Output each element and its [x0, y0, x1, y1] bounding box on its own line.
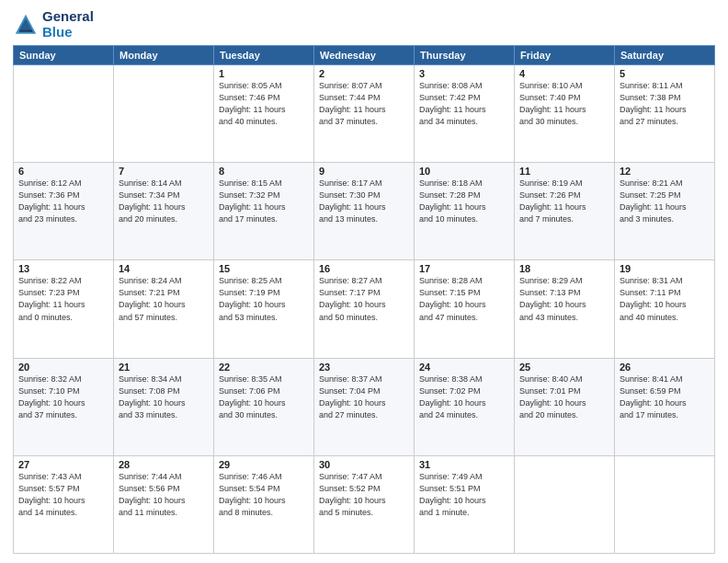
calendar-cell: 30Sunrise: 7:47 AMSunset: 5:52 PMDayligh… — [314, 455, 415, 553]
day-number: 8 — [219, 166, 309, 177]
day-info: Sunrise: 7:43 AMSunset: 5:57 PMDaylight:… — [18, 471, 108, 519]
day-info: Sunrise: 8:19 AMSunset: 7:26 PMDaylight:… — [519, 178, 609, 225]
day-number: 13 — [18, 263, 108, 274]
day-info: Sunrise: 8:11 AMSunset: 7:38 PMDaylight:… — [620, 80, 710, 128]
calendar-cell: 22Sunrise: 8:35 AMSunset: 7:06 PMDayligh… — [214, 358, 314, 455]
day-number: 4 — [519, 68, 609, 79]
calendar-week-1: 1Sunrise: 8:05 AMSunset: 7:46 PMDaylight… — [14, 65, 715, 163]
calendar-cell — [14, 65, 114, 163]
calendar-cell: 16Sunrise: 8:27 AMSunset: 7:17 PMDayligh… — [314, 260, 415, 358]
day-info: Sunrise: 8:17 AMSunset: 7:30 PMDaylight:… — [319, 178, 409, 225]
day-info: Sunrise: 8:27 AMSunset: 7:17 PMDaylight:… — [319, 275, 409, 323]
day-number: 27 — [18, 459, 108, 470]
calendar-cell: 10Sunrise: 8:18 AMSunset: 7:28 PMDayligh… — [415, 163, 515, 260]
day-number: 28 — [119, 459, 209, 470]
day-number: 3 — [419, 68, 509, 79]
calendar-cell: 11Sunrise: 8:19 AMSunset: 7:26 PMDayligh… — [515, 163, 615, 260]
day-info: Sunrise: 8:08 AMSunset: 7:42 PMDaylight:… — [419, 80, 509, 128]
calendar-cell: 12Sunrise: 8:21 AMSunset: 7:25 PMDayligh… — [615, 163, 715, 260]
day-info: Sunrise: 7:44 AMSunset: 5:56 PMDaylight:… — [119, 471, 209, 519]
calendar-cell: 5Sunrise: 8:11 AMSunset: 7:38 PMDaylight… — [615, 65, 715, 163]
day-info: Sunrise: 7:46 AMSunset: 5:54 PMDaylight:… — [219, 471, 309, 519]
day-info: Sunrise: 8:37 AMSunset: 7:04 PMDaylight:… — [319, 373, 409, 421]
day-number: 9 — [319, 166, 409, 177]
calendar-cell: 1Sunrise: 8:05 AMSunset: 7:46 PMDaylight… — [214, 65, 314, 163]
calendar-cell: 20Sunrise: 8:32 AMSunset: 7:10 PMDayligh… — [14, 358, 114, 455]
day-number: 10 — [419, 166, 509, 177]
calendar-cell: 6Sunrise: 8:12 AMSunset: 7:36 PMDaylight… — [14, 163, 114, 260]
day-number: 14 — [119, 263, 209, 274]
day-info: Sunrise: 8:25 AMSunset: 7:19 PMDaylight:… — [219, 275, 309, 323]
header: General Blue — [13, 9, 715, 40]
day-info: Sunrise: 8:29 AMSunset: 7:13 PMDaylight:… — [519, 275, 609, 323]
day-number: 15 — [219, 263, 309, 274]
day-info: Sunrise: 8:38 AMSunset: 7:02 PMDaylight:… — [419, 373, 509, 421]
day-number: 24 — [419, 362, 509, 373]
day-info: Sunrise: 8:32 AMSunset: 7:10 PMDaylight:… — [18, 373, 108, 421]
calendar-cell: 13Sunrise: 8:22 AMSunset: 7:23 PMDayligh… — [14, 260, 114, 358]
day-number: 11 — [519, 166, 609, 177]
day-header-sunday: Sunday — [14, 46, 114, 65]
day-header-monday: Monday — [114, 46, 214, 65]
calendar-cell: 18Sunrise: 8:29 AMSunset: 7:13 PMDayligh… — [515, 260, 615, 358]
calendar-cell: 23Sunrise: 8:37 AMSunset: 7:04 PMDayligh… — [314, 358, 415, 455]
day-info: Sunrise: 8:34 AMSunset: 7:08 PMDaylight:… — [119, 373, 209, 421]
calendar-cell: 3Sunrise: 8:08 AMSunset: 7:42 PMDaylight… — [415, 65, 515, 163]
calendar-cell: 19Sunrise: 8:31 AMSunset: 7:11 PMDayligh… — [615, 260, 715, 358]
calendar-cell: 21Sunrise: 8:34 AMSunset: 7:08 PMDayligh… — [114, 358, 214, 455]
calendar-header: SundayMondayTuesdayWednesdayThursdayFrid… — [14, 46, 715, 65]
day-info: Sunrise: 8:07 AMSunset: 7:44 PMDaylight:… — [319, 80, 409, 128]
calendar-cell: 29Sunrise: 7:46 AMSunset: 5:54 PMDayligh… — [214, 455, 314, 553]
calendar-cell: 14Sunrise: 8:24 AMSunset: 7:21 PMDayligh… — [114, 260, 214, 358]
day-info: Sunrise: 8:05 AMSunset: 7:46 PMDaylight:… — [219, 80, 309, 128]
day-number: 17 — [419, 263, 509, 274]
day-number: 29 — [219, 459, 309, 470]
day-number: 23 — [319, 362, 409, 373]
calendar-cell — [615, 455, 715, 553]
calendar-cell: 17Sunrise: 8:28 AMSunset: 7:15 PMDayligh… — [415, 260, 515, 358]
day-info: Sunrise: 8:31 AMSunset: 7:11 PMDaylight:… — [620, 275, 710, 323]
calendar-table: SundayMondayTuesdayWednesdayThursdayFrid… — [13, 45, 715, 554]
logo: General Blue — [13, 9, 94, 40]
calendar-cell: 26Sunrise: 8:41 AMSunset: 6:59 PMDayligh… — [615, 358, 715, 455]
day-number: 5 — [620, 68, 710, 79]
calendar-week-2: 6Sunrise: 8:12 AMSunset: 7:36 PMDaylight… — [14, 163, 715, 260]
day-header-wednesday: Wednesday — [314, 46, 415, 65]
calendar-cell: 2Sunrise: 8:07 AMSunset: 7:44 PMDaylight… — [314, 65, 415, 163]
day-number: 6 — [18, 166, 108, 177]
calendar-cell: 27Sunrise: 7:43 AMSunset: 5:57 PMDayligh… — [14, 455, 114, 553]
day-header-thursday: Thursday — [415, 46, 515, 65]
calendar-cell — [114, 65, 214, 163]
day-number: 20 — [18, 362, 108, 373]
day-info: Sunrise: 8:28 AMSunset: 7:15 PMDaylight:… — [419, 275, 509, 323]
day-header-tuesday: Tuesday — [214, 46, 314, 65]
day-number: 12 — [620, 166, 710, 177]
day-number: 30 — [319, 459, 409, 470]
day-info: Sunrise: 8:18 AMSunset: 7:28 PMDaylight:… — [419, 178, 509, 225]
page: General Blue SundayMondayTuesdayWednesda… — [0, 0, 728, 563]
day-info: Sunrise: 7:47 AMSunset: 5:52 PMDaylight:… — [319, 471, 409, 519]
day-number: 21 — [119, 362, 209, 373]
day-number: 22 — [219, 362, 309, 373]
calendar-cell: 24Sunrise: 8:38 AMSunset: 7:02 PMDayligh… — [415, 358, 515, 455]
calendar-cell: 25Sunrise: 8:40 AMSunset: 7:01 PMDayligh… — [515, 358, 615, 455]
day-number: 16 — [319, 263, 409, 274]
calendar-cell: 7Sunrise: 8:14 AMSunset: 7:34 PMDaylight… — [114, 163, 214, 260]
day-number: 26 — [620, 362, 710, 373]
day-info: Sunrise: 8:12 AMSunset: 7:36 PMDaylight:… — [18, 178, 108, 225]
day-header-friday: Friday — [515, 46, 615, 65]
logo-text: General Blue — [42, 9, 94, 40]
calendar-cell — [515, 455, 615, 553]
calendar-cell: 9Sunrise: 8:17 AMSunset: 7:30 PMDaylight… — [314, 163, 415, 260]
day-header-row: SundayMondayTuesdayWednesdayThursdayFrid… — [14, 46, 715, 65]
day-info: Sunrise: 8:35 AMSunset: 7:06 PMDaylight:… — [219, 373, 309, 421]
day-number: 7 — [119, 166, 209, 177]
calendar-cell: 28Sunrise: 7:44 AMSunset: 5:56 PMDayligh… — [114, 455, 214, 553]
day-number: 18 — [519, 263, 609, 274]
day-number: 31 — [419, 459, 509, 470]
calendar-cell: 8Sunrise: 8:15 AMSunset: 7:32 PMDaylight… — [214, 163, 314, 260]
day-info: Sunrise: 8:41 AMSunset: 6:59 PMDaylight:… — [620, 373, 710, 421]
calendar-cell: 31Sunrise: 7:49 AMSunset: 5:51 PMDayligh… — [415, 455, 515, 553]
calendar-week-5: 27Sunrise: 7:43 AMSunset: 5:57 PMDayligh… — [14, 455, 715, 553]
day-info: Sunrise: 8:40 AMSunset: 7:01 PMDaylight:… — [519, 373, 609, 421]
